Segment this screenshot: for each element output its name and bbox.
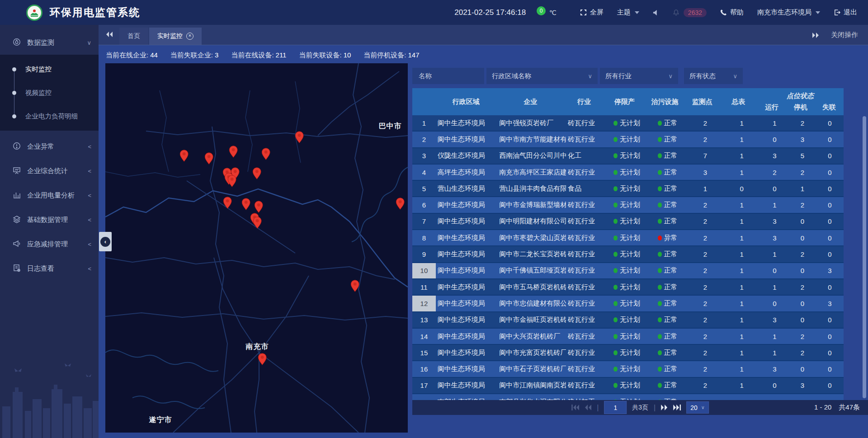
table-row[interactable]: 16 阆中生态环境局 阆中市石子页岩机砖厂 砖瓦行业 无计划 正常 2 1 3 … (412, 361, 844, 377)
tab-bar: 首页 实时监控 ✕ 关闭操作 (99, 25, 868, 45)
tab-realtime-monitor[interactable]: 实时监控 ✕ (149, 28, 202, 45)
pager-range: 1 - 20 共47条 (814, 403, 860, 412)
cell-facility-status: 异常 (647, 230, 687, 245)
row-number: 12 (412, 296, 436, 311)
table-row[interactable]: 13 阆中生态环境局 阆中市金福旺页岩机砖 砖瓦行业 无计划 正常 2 1 3 … (412, 312, 844, 329)
sidebar-item-2[interactable]: 企业电力负荷明细 (0, 104, 99, 128)
table-row[interactable]: 11 阆中生态环境局 阆中市五马桥页岩机砖 砖瓦行业 无计划 正常 2 1 1 … (412, 279, 844, 296)
industry-filter-select[interactable]: 所有行业 ∨ (600, 68, 678, 84)
cell-disconnected: 0 (816, 230, 844, 245)
cell-total-meter: 1 (723, 296, 760, 311)
sidebar-group-0[interactable]: 数据监测∨ (0, 30, 99, 55)
sidebar-group-1[interactable]: 企业异常< (0, 134, 99, 159)
theme-dropdown[interactable]: 主题 (617, 8, 639, 17)
stat-item: 当前失联企业:3 (170, 51, 219, 60)
table-row[interactable]: 8 阆中生态环境局 阆中市枣碧大梁山页岩 砖瓦行业 无计划 异常 2 1 3 0… (412, 230, 844, 246)
name-filter-input[interactable] (418, 72, 479, 80)
org-dropdown[interactable]: 南充市生态环境局 (757, 8, 820, 17)
chevron-down-icon: ∨ (668, 73, 673, 80)
cell-region: 阆中生态环境局 (436, 312, 497, 328)
table-row[interactable]: 17 阆中生态环境局 阆中市江南镇阆南页岩 砖瓦行业 无计划 正常 2 1 0 … (412, 378, 844, 394)
cell-stopped: 5 (789, 148, 816, 164)
cell-region: 高坪生态环境局 (436, 165, 497, 180)
region-filter-select[interactable]: 行政区域名称 ∨ (486, 68, 598, 84)
tab-home[interactable]: 首页 (119, 28, 148, 45)
vertical-scrollbar-thumb[interactable] (863, 116, 866, 398)
table-row[interactable]: 9 阆中生态环境局 阆中市二龙长宝页岩砖 砖瓦行业 无计划 正常 2 1 1 2… (412, 246, 844, 263)
table-row[interactable]: 15 阆中生态环境局 阆中市光富页岩机砖厂 砖瓦行业 无计划 正常 2 1 1 … (412, 345, 844, 361)
cell-stopped: 0 (789, 312, 816, 328)
sidebar-group-6[interactable]: 日志查看< (0, 256, 99, 281)
prev-page-button[interactable] (585, 405, 591, 410)
tab-realtime-label: 实时监控 (157, 32, 183, 40)
row-number: 11 (412, 279, 436, 295)
table-row[interactable]: 14 阆中生态环境局 阆中大兴页岩机砖厂 砖瓦行业 无计划 正常 2 1 1 2… (412, 329, 844, 345)
map[interactable]: 巴中市 南充市 遂宁市 (105, 63, 408, 433)
table-row[interactable]: 1 阆中生态环境局 阆中强锐页岩砖厂 砖瓦行业 无计划 正常 2 1 1 2 0 (412, 115, 844, 132)
help-button[interactable]: 帮助 (720, 8, 744, 17)
table-row[interactable]: 10 阆中生态环境局 阆中千佛镇五郎垭页岩 砖瓦行业 无计划 正常 2 1 0 … (412, 263, 844, 279)
stat-item: 当前失联设备:10 (299, 51, 351, 60)
table-row[interactable]: 2 阆中生态环境局 阆中市南方节能建材有 砖瓦行业 无计划 正常 2 1 0 3… (412, 132, 844, 148)
cell-stop-status: 无计划 (606, 132, 647, 147)
sidebar-item-0[interactable]: 实时监控 (0, 57, 99, 81)
sidebar-group-2[interactable]: 企业综合统计< (0, 159, 99, 183)
col-stop-production: 停限产 (604, 88, 645, 115)
cell-industry: 砖瓦行业 (566, 197, 606, 212)
table-row[interactable]: 6 阆中生态环境局 阆中市金博瑞新型墙材 砖瓦行业 无计划 正常 2 1 1 2… (412, 197, 844, 213)
status-dot-green (613, 203, 618, 207)
col-total-meter: 总表 (720, 88, 757, 115)
tabs-scroll-right-button[interactable] (812, 32, 819, 38)
filter-row: 行政区域名称 ∨ 所有行业 ∨ 所有状态 ∨ (412, 68, 743, 84)
sidebar-item-1[interactable]: 视频监控 (0, 81, 99, 104)
close-operations-button[interactable]: 关闭操作 (831, 31, 858, 39)
stat-value: 10 (344, 51, 351, 59)
page-number-input[interactable] (604, 401, 627, 414)
table-row[interactable]: 7 阆中生态环境局 阆中明阳建材有限公司 砖瓦行业 无计划 正常 2 1 3 0… (412, 214, 844, 230)
mute-button[interactable] (653, 9, 659, 16)
cell-region: 阆中生态环境局 (436, 230, 497, 245)
row-number: 4 (412, 165, 436, 180)
page-size-select[interactable]: 20 ∨ (686, 401, 709, 414)
status-filter-select[interactable]: 所有状态 ∨ (684, 68, 743, 84)
cell-industry: 砖瓦行业 (566, 214, 606, 229)
next-page-button[interactable] (661, 405, 668, 410)
fullscreen-button[interactable]: 全屏 (580, 8, 604, 17)
chevron-down-icon: ∨ (701, 405, 705, 410)
sidebar-group-5[interactable]: 应急减排管理< (0, 232, 99, 256)
cell-disconnected: 0 (816, 214, 844, 229)
stat-label: 当前在线设备: (231, 51, 274, 59)
cell-facility-status: 正常 (647, 246, 687, 262)
cell-disconnected: 0 (816, 148, 844, 164)
cell-monitor-points: 2 (688, 214, 723, 229)
first-page-button[interactable] (571, 405, 579, 410)
sidebar-group-4[interactable]: 基础数据管理< (0, 207, 99, 232)
app-logo-icon (26, 5, 42, 21)
table-row[interactable]: 3 仪陇生态环境局 西南油气田分公司川中 化工 无计划 正常 7 1 3 5 0 (412, 148, 844, 165)
cell-monitor-points: 3 (688, 165, 723, 180)
table-row[interactable]: 5 营山生态环境局 营山县润丰肉食品有限 食品 无计划 正常 1 0 0 1 0 (412, 181, 844, 197)
stats-bar: 当前在线企业:44当前失联企业:3当前在线设备:211当前失联设备:10当前停机… (106, 46, 420, 65)
notifications-button[interactable]: 2632 (673, 8, 707, 17)
sidebar-group-3[interactable]: 企业用电量分析< (0, 183, 99, 207)
table-row[interactable]: 18 南部生态环境局 南部县兴华水泥有限公 建材加工 无计划 正常 6 0 0 … (412, 394, 844, 400)
tab-close-icon[interactable]: ✕ (186, 33, 193, 40)
point-status-group-label: 点位状态 (787, 92, 814, 100)
table-row[interactable]: 12 阆中生态环境局 阆中市忠信建材有限公 砖瓦行业 无计划 正常 2 1 0 … (412, 296, 844, 312)
table-row[interactable]: 4 高坪生态环境局 南充市高坪区王家店建 砖瓦行业 无计划 正常 3 1 2 2… (412, 165, 844, 181)
logout-button[interactable]: 退出 (834, 8, 857, 17)
cell-industry: 砖瓦行业 (566, 361, 606, 377)
temperature-badge: 0 (537, 6, 546, 15)
row-number: 5 (412, 181, 436, 196)
cell-total-meter: 1 (723, 361, 760, 377)
cell-industry: 砖瓦行业 (566, 329, 606, 344)
tabs-scroll-left-button[interactable] (106, 31, 113, 39)
col-running: 运行 (757, 103, 787, 112)
logout-icon (834, 9, 840, 16)
map-collapse-button[interactable]: ‹ (99, 232, 112, 251)
cell-stop-status: 无计划 (606, 214, 647, 229)
status-dot-green (658, 317, 662, 322)
last-page-button[interactable] (673, 405, 681, 410)
status-dot-green (613, 153, 618, 158)
cell-region: 南部生态环境局 (436, 394, 497, 400)
